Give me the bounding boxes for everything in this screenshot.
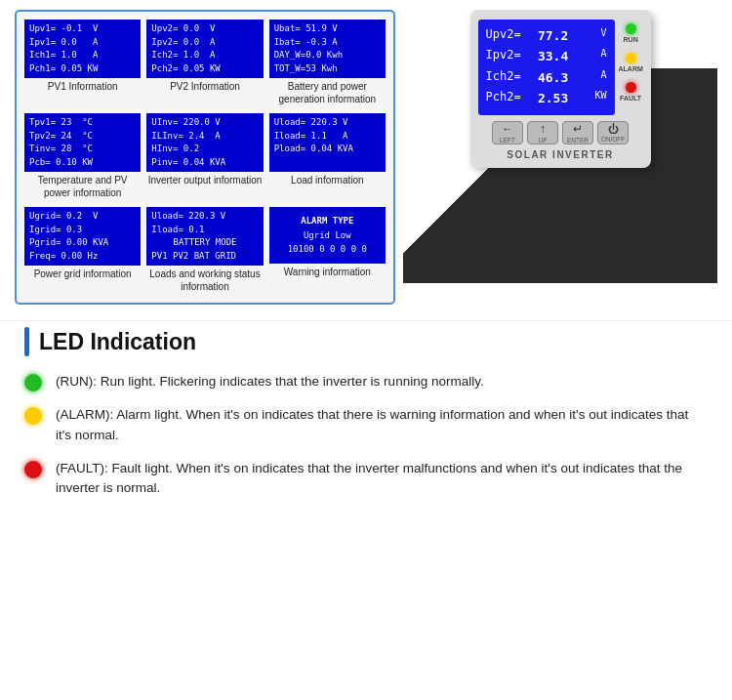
led-alarm-description: (ALARM): Alarm light. When it's on indic… bbox=[56, 405, 708, 445]
screen-row-4: Pch2=2.53KW bbox=[486, 88, 607, 108]
inverter-screen: UInv= 220.0 V ILInv= 2.4 A HInv= 0.2 Pin… bbox=[146, 113, 263, 172]
loads-status-panel: Uload= 220.3 V Iload= 0.1 BATTERY MODE P… bbox=[146, 207, 263, 295]
led-fault-description: (FAULT): Fault light. When it's on indic… bbox=[56, 459, 708, 499]
device-title: SOLAR INVERTER bbox=[478, 149, 643, 160]
battery-panel: Ubat= 51.9 V Ibat= -0.3 A DAY_W=0.0 Kwh … bbox=[269, 20, 386, 107]
led-fault-circle bbox=[24, 461, 42, 478]
pv2-panel: Upv2= 0.0 V Ipv2= 0.0 A Ich2= 1.0 A Pch2… bbox=[146, 20, 263, 107]
grid-panel: Ugrid= 0.2 V Igrid= 0.3 Pgrid= 0.00 KVA … bbox=[24, 207, 141, 295]
battery-label: Battery and power generation information bbox=[269, 78, 386, 107]
temp-label: Temperature and PV power information bbox=[24, 172, 141, 201]
loads-status-label: Loads and working status information bbox=[146, 266, 263, 295]
led-section-header: LED Indication bbox=[24, 327, 708, 356]
led-run-description: (RUN): Run light. Flickering indicates t… bbox=[56, 372, 484, 391]
btn-onoff[interactable]: ⏻ ON/OFF bbox=[597, 121, 629, 144]
screen-row-2: Ipv2=33.4A bbox=[486, 46, 607, 66]
screen-row-3: Ich2=46.3A bbox=[486, 67, 607, 88]
led-fault-group: FAULT bbox=[619, 82, 643, 102]
load-screen: Uload= 220.3 V Iload= 1.1 A Pload= 0.04 … bbox=[269, 113, 386, 172]
led-run-group: RUN bbox=[619, 23, 643, 43]
inverter-device: Upv2=77.2V Ipv2=33.4A Ich2=46.3A Pch2=2.… bbox=[470, 10, 651, 168]
led-alarm-circle bbox=[24, 407, 42, 425]
pv1-label: PV1 Information bbox=[24, 78, 141, 95]
pv1-panel: Upv1= -0.1 V Ipv1= 0.0 A Ich1= 1.0 A Pch… bbox=[24, 20, 141, 107]
led-alarm-item: (ALARM): Alarm light. When it's on indic… bbox=[24, 405, 708, 445]
screen-row-1: Upv2=77.2V bbox=[486, 25, 607, 46]
led-run-dot bbox=[626, 23, 636, 34]
btn-up[interactable]: ↑ UP bbox=[527, 121, 558, 144]
loads-status-screen: Uload= 220.3 V Iload= 0.1 BATTERY MODE P… bbox=[146, 207, 263, 266]
pv2-screen: Upv2= 0.0 V Ipv2= 0.0 A Ich2= 1.0 A Pch2… bbox=[146, 20, 263, 78]
led-run-circle bbox=[24, 374, 42, 391]
temp-panel: Tpv1= 23 °C Tpv2= 24 °C Tinv= 28 °C Pcb=… bbox=[24, 113, 141, 201]
warning-screen: ALARM TYPE Ugrid Low 10100 0 0 0 0 0 bbox=[269, 207, 386, 264]
warning-label: Warning information bbox=[269, 264, 386, 280]
inverter-label: Inverter output information bbox=[146, 172, 263, 188]
led-run-item: (RUN): Run light. Flickering indicates t… bbox=[24, 372, 708, 391]
load-label: Load information bbox=[269, 172, 386, 188]
pv2-label: PV2 Information bbox=[146, 78, 263, 95]
led-run-label: RUN bbox=[624, 36, 638, 43]
led-section-title: LED Indication bbox=[39, 329, 196, 355]
warning-panel: ALARM TYPE Ugrid Low 10100 0 0 0 0 0 War… bbox=[269, 207, 386, 295]
inverter-panel: UInv= 220.0 V ILInv= 2.4 A HInv= 0.2 Pin… bbox=[146, 113, 263, 201]
btn-left[interactable]: ← LEFT bbox=[492, 121, 523, 144]
device-buttons: ← LEFT ↑ UP ↵ ENTER ⏻ ON/OFF bbox=[478, 121, 643, 144]
grid-screen: Ugrid= 0.2 V Igrid= 0.3 Pgrid= 0.00 KVA … bbox=[24, 207, 141, 266]
led-alarm-dot bbox=[626, 53, 636, 63]
grid-label: Power grid information bbox=[24, 266, 141, 282]
battery-screen: Ubat= 51.9 V Ibat= -0.3 A DAY_W=0.0 Kwh … bbox=[269, 20, 386, 78]
device-leds: RUN ALARM FAULT bbox=[619, 20, 643, 102]
led-alarm-group: ALARM bbox=[619, 53, 643, 72]
load-panel: Uload= 220.3 V Iload= 1.1 A Pload= 0.04 … bbox=[269, 113, 386, 201]
led-fault-label: FAULT bbox=[620, 95, 641, 102]
top-image-section: Upv1= -0.1 V Ipv1= 0.0 A Ich1= 1.0 A Pch… bbox=[0, 0, 732, 305]
btn-enter[interactable]: ↵ ENTER bbox=[562, 121, 593, 144]
device-screen: Upv2=77.2V Ipv2=33.4A Ich2=46.3A Pch2=2.… bbox=[478, 20, 615, 115]
temp-screen: Tpv1= 23 °C Tpv2= 24 °C Tinv= 28 °C Pcb=… bbox=[24, 113, 141, 172]
led-fault-item: (FAULT): Fault light. When it's on indic… bbox=[24, 459, 708, 499]
info-panels-container: Upv1= -0.1 V Ipv1= 0.0 A Ich1= 1.0 A Pch… bbox=[15, 10, 395, 305]
led-indication-section: LED Indication (RUN): Run light. Flicker… bbox=[0, 320, 732, 526]
title-accent-bar bbox=[24, 327, 29, 356]
led-alarm-label: ALARM bbox=[619, 65, 643, 72]
pv1-screen: Upv1= -0.1 V Ipv1= 0.0 A Ich1= 1.0 A Pch… bbox=[24, 20, 141, 78]
led-fault-dot bbox=[626, 82, 636, 93]
right-area: Upv2=77.2V Ipv2=33.4A Ich2=46.3A Pch2=2.… bbox=[403, 10, 717, 283]
